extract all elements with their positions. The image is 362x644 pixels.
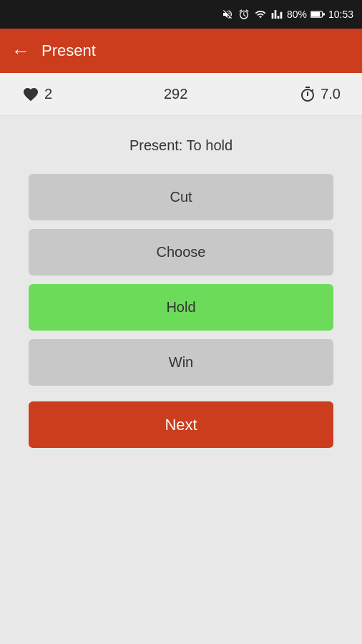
main-content: Present: To hold Cut Choose Hold Win Nex… <box>0 116 362 462</box>
status-icons: 80% 10:53 <box>221 9 353 20</box>
heart-icon <box>21 86 40 103</box>
svg-rect-2 <box>323 13 325 15</box>
hearts-stat: 2 <box>21 86 52 103</box>
timer-icon <box>299 86 316 103</box>
answer-choose[interactable]: Choose <box>29 229 333 275</box>
answer-cut[interactable]: Cut <box>29 174 333 220</box>
timer-value: 7.0 <box>321 86 341 102</box>
battery-icon <box>310 9 325 19</box>
signal-icon <box>270 9 283 20</box>
score-stat: 292 <box>164 86 187 102</box>
stats-row: 2 292 7.0 <box>0 73 362 116</box>
alarm-icon <box>238 9 250 20</box>
timer-stat: 7.0 <box>299 86 341 103</box>
app-title: Present <box>41 42 96 60</box>
answer-hold[interactable]: Hold <box>29 284 333 331</box>
mute-icon <box>221 9 234 20</box>
wifi-icon <box>254 9 267 20</box>
hearts-value: 2 <box>44 86 52 102</box>
next-button[interactable]: Next <box>29 401 333 448</box>
answer-win[interactable]: Win <box>29 339 333 386</box>
svg-rect-1 <box>311 12 321 17</box>
time-text: 10:53 <box>328 9 353 20</box>
score-value: 292 <box>164 86 187 102</box>
back-button[interactable]: ← <box>11 40 30 62</box>
battery-text: 80% <box>287 9 307 20</box>
app-bar: ← Present <box>0 29 362 73</box>
question-text: Present: To hold <box>129 137 233 154</box>
status-bar: 80% 10:53 <box>0 0 362 29</box>
